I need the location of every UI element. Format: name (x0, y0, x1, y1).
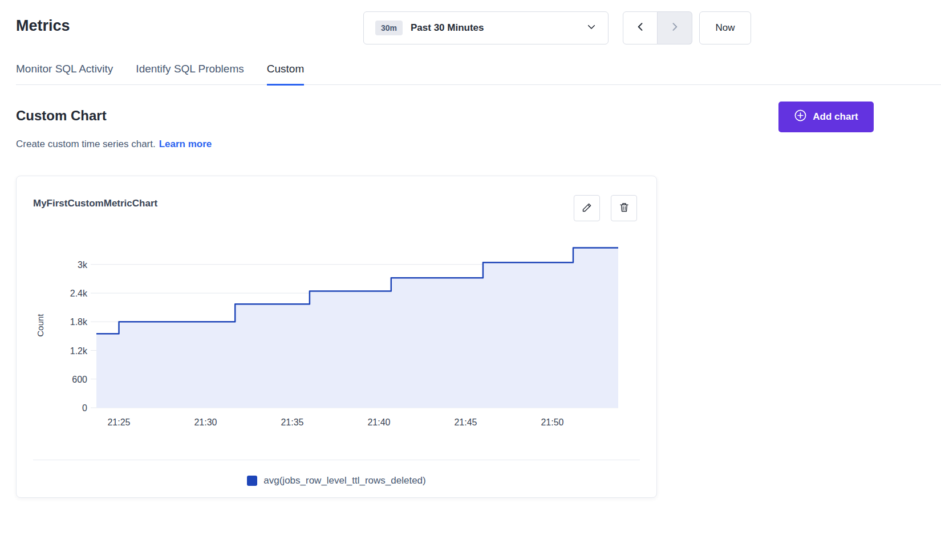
learn-more-link[interactable]: Learn more (159, 139, 212, 149)
tab-custom[interactable]: Custom (267, 63, 304, 86)
page-title: Metrics (16, 17, 70, 35)
pencil-icon (581, 201, 593, 216)
chart-title: MyFirstCustomMetricChart (33, 198, 157, 209)
svg-text:0: 0 (82, 403, 87, 413)
add-chart-label: Add chart (813, 111, 858, 123)
delete-chart-button[interactable] (611, 195, 637, 221)
time-range-selector[interactable]: 30m Past 30 Minutes (363, 11, 609, 44)
now-button[interactable]: Now (699, 11, 751, 44)
tab-monitor-sql-activity[interactable]: Monitor SQL Activity (16, 63, 113, 86)
chart-area-fill (96, 247, 618, 408)
tab-identify-sql-problems[interactable]: Identify SQL Problems (136, 63, 244, 86)
chevron-left-icon (635, 21, 646, 35)
trash-icon (618, 201, 630, 216)
svg-text:3k: 3k (78, 260, 88, 270)
svg-text:21:40: 21:40 (367, 417, 390, 427)
custom-chart-card: MyFirstCustomMetricChart 06001.2k1.8k2.4… (16, 176, 657, 498)
chart-y-axis-labels: 06001.2k1.8k2.4k3kCount (35, 260, 88, 413)
plus-circle-icon (794, 109, 807, 125)
svg-text:21:50: 21:50 (541, 417, 563, 427)
chevron-down-icon (586, 22, 597, 34)
chart-legend: avg(jobs_row_level_ttl_rows_deleted) (17, 475, 656, 486)
time-pager (623, 11, 692, 44)
chevron-right-icon (669, 21, 680, 35)
svg-text:600: 600 (72, 375, 87, 384)
card-divider (33, 460, 640, 460)
section-title: Custom Chart (16, 108, 107, 124)
custom-chart: 06001.2k1.8k2.4k3kCount 21:2521:3021:352… (32, 240, 636, 437)
section-description: Create custom time series chart.Learn mo… (16, 139, 212, 150)
metrics-page: Metrics 30m Past 30 Minutes Now Monitor … (0, 0, 941, 560)
svg-text:21:25: 21:25 (107, 417, 130, 427)
svg-text:2.4k: 2.4k (70, 289, 88, 298)
time-range-badge: 30m (375, 21, 403, 35)
time-range-label: Past 30 Minutes (411, 22, 578, 34)
svg-text:1.8k: 1.8k (70, 317, 88, 327)
svg-text:Count: Count (35, 314, 45, 337)
legend-label: avg(jobs_row_level_ttl_rows_deleted) (263, 475, 425, 486)
svg-text:21:30: 21:30 (194, 417, 217, 427)
svg-text:21:35: 21:35 (281, 417, 303, 427)
edit-chart-button[interactable] (574, 195, 600, 221)
tab-bar: Monitor SQL Activity Identify SQL Proble… (16, 57, 941, 85)
svg-text:1.2k: 1.2k (70, 346, 88, 356)
chart-x-axis-labels: 21:2521:3021:3521:4021:4521:50 (107, 417, 563, 427)
next-time-button[interactable] (658, 11, 692, 44)
previous-time-button[interactable] (623, 11, 658, 44)
svg-text:21:45: 21:45 (454, 417, 477, 427)
legend-swatch (247, 476, 257, 486)
section-description-text: Create custom time series chart. (16, 139, 156, 149)
add-chart-button[interactable]: Add chart (778, 102, 874, 132)
